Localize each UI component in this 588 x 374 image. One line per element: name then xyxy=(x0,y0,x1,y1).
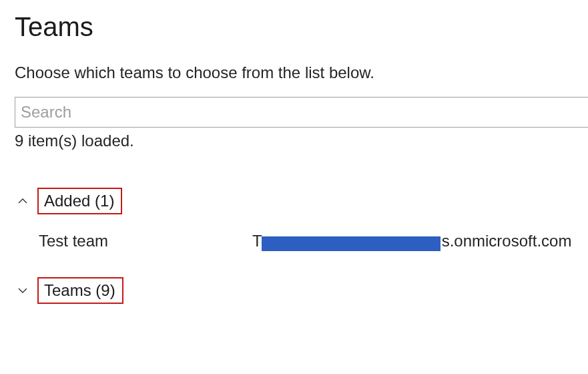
instruction-text: Choose which teams to choose from the li… xyxy=(15,63,575,82)
group-teams-highlight: Teams (9) xyxy=(37,277,123,304)
chevron-down-icon xyxy=(16,284,29,297)
team-email-suffix: s.onmicrosoft.com xyxy=(442,232,572,250)
group-added: Added (1) Test team Ts.onmicrosoft.com xyxy=(15,188,575,250)
group-added-highlight: Added (1) xyxy=(37,188,122,214)
group-teams-label: Teams (9) xyxy=(44,281,115,299)
search-input[interactable] xyxy=(21,102,583,123)
group-added-header[interactable]: Added (1) xyxy=(15,188,122,214)
team-email: Ts.onmicrosoft.com xyxy=(252,232,571,250)
list-item[interactable]: Test team Ts.onmicrosoft.com xyxy=(15,232,575,250)
group-teams-header[interactable]: Teams (9) xyxy=(15,277,123,304)
page-title: Teams xyxy=(15,12,575,42)
group-added-label: Added (1) xyxy=(44,192,114,210)
group-teams: Teams (9) xyxy=(15,277,575,321)
items-loaded-status: 9 item(s) loaded. xyxy=(15,132,575,150)
redacted-block xyxy=(262,236,440,251)
search-field-wrap[interactable] xyxy=(15,97,588,128)
team-email-prefix: T xyxy=(252,232,262,250)
chevron-up-icon xyxy=(16,194,29,208)
team-name: Test team xyxy=(39,232,252,250)
